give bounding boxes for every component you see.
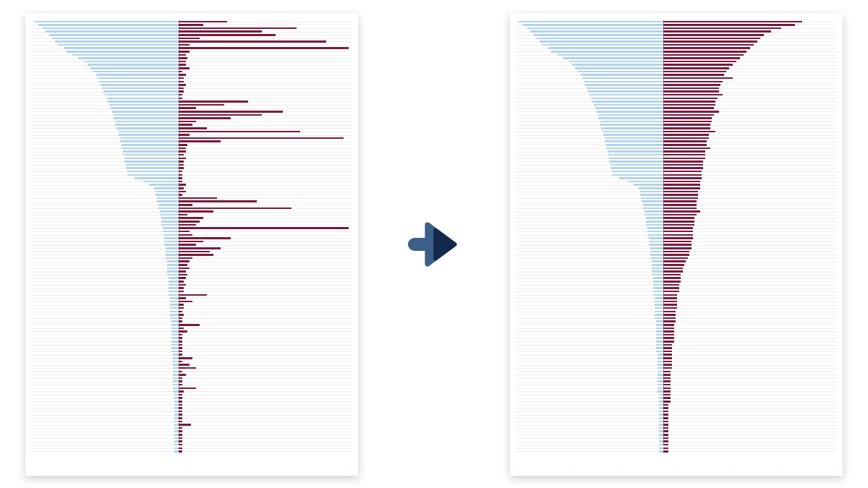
bar-series-b [179, 424, 191, 426]
bar-series-a [173, 361, 179, 363]
bar-series-a [523, 24, 663, 26]
bar-series-a [598, 114, 663, 116]
bar-series-a [628, 181, 663, 183]
bar-series-a [592, 100, 663, 103]
bar-series-a [598, 117, 663, 119]
bar-series-a [595, 107, 663, 109]
bar-series-b [179, 231, 189, 233]
bar-series-b [179, 207, 292, 210]
bar-series-a [157, 197, 179, 200]
bar-series-a [166, 254, 179, 256]
bar-series-b [663, 57, 739, 59]
bar-series-b [179, 177, 182, 179]
bar-series-a [603, 134, 664, 136]
bar-series-a [116, 127, 179, 129]
bar-series-b [663, 367, 672, 369]
bar-series-a [173, 374, 179, 376]
bar-series-a [619, 177, 663, 179]
bar-series-b [663, 437, 668, 440]
bar-series-b [179, 390, 184, 393]
bar-series-a [169, 277, 179, 279]
bar-series-b [663, 150, 705, 153]
bar-series-b [179, 24, 203, 26]
bar-series-b [179, 414, 182, 416]
bar-series-b [179, 430, 182, 432]
bar-series-a [650, 257, 663, 260]
bar-series-b [179, 54, 186, 56]
bar-series-b [179, 200, 257, 202]
bar-series-a [119, 134, 179, 136]
bar-series-b [663, 351, 672, 353]
bar-series-b [663, 197, 698, 200]
bar-series-a [649, 237, 663, 239]
bar-series-b [663, 87, 719, 90]
bar-series-b [179, 344, 182, 346]
bar-series-b [179, 371, 182, 373]
bar-series-a [124, 160, 179, 163]
bar-series-b [663, 334, 673, 336]
bar-series-a [173, 357, 179, 359]
bar-series-b [663, 194, 698, 196]
bar-series-b [663, 74, 724, 76]
bar-series-a [652, 270, 663, 273]
bar-series-a [655, 311, 663, 313]
bar-series-a [572, 64, 664, 66]
bar-series-b [179, 304, 184, 306]
bar-series-a [158, 204, 179, 206]
bar-series-a [655, 314, 663, 316]
bar-series-b [663, 264, 684, 266]
bar-series-a [173, 390, 179, 393]
bar-series-b [179, 217, 203, 219]
bar-series-b [179, 380, 182, 382]
bar-series-a [647, 231, 663, 233]
bar-series-b [179, 434, 182, 436]
bar-series-b [663, 450, 668, 453]
bar-series-a [569, 61, 664, 63]
bar-series-a [658, 377, 663, 380]
bar-series-a [167, 270, 179, 273]
bar-series-b [663, 100, 715, 103]
bar-series-a [170, 297, 179, 299]
bar-series-b [179, 254, 213, 256]
bar-series-a [646, 224, 664, 226]
bar-series-b [663, 291, 679, 293]
bar-series-b [663, 154, 705, 156]
chart-after-panel: ······· [510, 13, 843, 476]
bar-series-b [663, 371, 671, 373]
bar-series-a [169, 291, 179, 293]
bar-series-b [663, 107, 714, 109]
bar-series-b [179, 241, 203, 243]
chart-after [516, 20, 837, 454]
bar-series-a [646, 221, 664, 223]
bar-series-b [663, 171, 702, 173]
bar-series-a [658, 354, 663, 356]
bar-series-b [663, 270, 682, 273]
bar-series-b [179, 98, 182, 100]
bar-series-a [608, 154, 664, 156]
bar-series-a [49, 34, 179, 36]
bar-series-b [179, 404, 182, 406]
bar-series-a [173, 371, 179, 373]
bar-series-b [179, 421, 182, 423]
bar-series-b [179, 114, 262, 116]
bar-series-a [111, 107, 179, 109]
bar-series-a [171, 351, 179, 353]
bar-series-b [663, 147, 710, 150]
bar-series-a [656, 341, 663, 343]
bar-series-b [179, 117, 231, 119]
bar-series-b [179, 181, 182, 183]
bar-series-b [179, 100, 248, 103]
bar-series-b [663, 304, 677, 306]
bar-series-b [663, 221, 694, 223]
bar-series-a [101, 84, 179, 86]
bar-series-a [123, 154, 179, 156]
bar-series-a [643, 204, 664, 206]
bar-series-b [179, 77, 184, 80]
bar-series-b [663, 314, 676, 316]
bar-series-a [612, 171, 663, 173]
bar-series-a [640, 194, 664, 196]
bar-series-a [653, 281, 663, 283]
bar-series-a [644, 210, 664, 213]
bar-series-a [649, 241, 663, 243]
bar-series-b [179, 277, 186, 279]
